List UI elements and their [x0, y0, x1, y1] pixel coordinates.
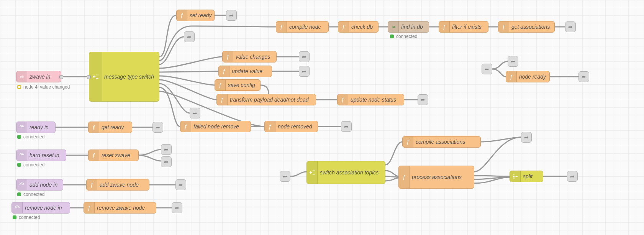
split-icon — [510, 171, 521, 182]
function-icon: ƒ — [276, 21, 287, 32]
function-icon: ƒ — [338, 21, 349, 32]
split-node[interactable]: split — [510, 171, 543, 182]
status-ring-icon — [17, 85, 21, 89]
update-value-node[interactable]: ƒ update value — [218, 66, 272, 77]
debug-node[interactable]: ➦ — [175, 179, 186, 190]
node-label: add node in — [29, 182, 57, 188]
status-text: connected — [23, 134, 44, 140]
switch-icon — [89, 52, 102, 101]
node-status: connected — [17, 192, 44, 197]
debug-node[interactable]: ➦ — [299, 66, 310, 77]
wifi-icon — [16, 150, 27, 161]
function-icon: ƒ — [215, 80, 226, 90]
debug-node[interactable]: ➦ — [418, 94, 428, 105]
function-icon: ƒ — [403, 136, 413, 147]
debug-node[interactable]: ➦ — [226, 10, 237, 21]
remove-node-in-node[interactable]: remove node in — [11, 202, 70, 214]
status-dot-icon — [13, 215, 16, 219]
update-node-status-node[interactable]: ƒ update node status — [337, 94, 404, 105]
get-associations-node[interactable]: ƒ get associations — [498, 21, 555, 33]
status-text: node 4: value changed — [23, 84, 70, 90]
function-icon: ƒ — [223, 51, 233, 62]
node-label: check db — [351, 24, 373, 30]
svg-rect-0 — [513, 174, 515, 175]
node-label: value changes — [236, 54, 270, 60]
function-icon: ƒ — [219, 66, 229, 77]
node-label: get associations — [511, 24, 550, 30]
node-label: ready in — [29, 124, 49, 130]
switch-icon — [307, 161, 318, 184]
message-type-switch-node[interactable]: message type switch — [89, 52, 159, 102]
find-in-db-node[interactable]: ❧ find in db — [388, 21, 429, 33]
debug-node[interactable]: ➦ — [341, 121, 352, 132]
node-label: split — [523, 173, 533, 179]
check-db-node[interactable]: ƒ check db — [338, 21, 379, 33]
hard-reset-in-node[interactable]: hard reset in — [16, 150, 66, 161]
reset-zwave-node[interactable]: ƒ reset zwave — [88, 150, 139, 161]
debug-node[interactable]: ➦ — [152, 122, 163, 133]
debug-node[interactable]: ➦ — [161, 144, 172, 155]
transform-payload-node[interactable]: ƒ transform payload dead/not dead — [216, 94, 316, 105]
switch-association-topics-node[interactable]: switch association topics — [306, 161, 385, 184]
process-associations-node[interactable]: ƒ process associations — [398, 166, 474, 189]
get-ready-node[interactable]: ƒ get ready — [88, 122, 132, 133]
compile-node-node[interactable]: ƒ compile node — [276, 21, 329, 33]
node-label: process associations — [412, 174, 462, 180]
add-node-in-node[interactable]: add node in — [16, 179, 63, 191]
node-label: switch association topics — [320, 169, 379, 176]
debug-node[interactable]: ➦ — [578, 71, 589, 82]
set-ready-node[interactable]: ƒ set ready — [176, 10, 215, 21]
node-ready-node[interactable]: ƒ node ready — [506, 71, 550, 82]
node-label: transform payload dead/not dead — [230, 97, 308, 103]
node-label: update value — [232, 68, 262, 74]
node-label: update node status — [351, 97, 396, 103]
remove-zwave-node-node[interactable]: ƒ remove zwave node — [84, 202, 156, 214]
debug-node[interactable]: ➦ — [521, 132, 532, 143]
node-label: remove zwave node — [97, 205, 145, 211]
failed-node-remove-node[interactable]: ƒ failed node remove — [180, 121, 251, 132]
output-port[interactable] — [59, 75, 63, 79]
debug-node[interactable]: ➦ — [508, 56, 518, 67]
compile-associations-node[interactable]: ƒ compile associations — [402, 136, 481, 148]
status-text: connected — [396, 34, 417, 39]
debug-node[interactable]: ➦ — [567, 171, 578, 182]
node-label: hard reset in — [29, 152, 59, 158]
debug-node[interactable]: ➦ — [299, 51, 310, 62]
status-dot-icon — [390, 35, 394, 38]
node-label: remove node in — [25, 205, 62, 211]
input-port[interactable] — [87, 75, 91, 79]
status-dot-icon — [17, 135, 21, 139]
node-label: filter if exists — [452, 24, 482, 30]
wifi-icon — [16, 179, 27, 190]
node-label: failed node remove — [193, 123, 239, 130]
svg-rect-2 — [513, 177, 515, 178]
debug-node[interactable]: ➦ — [565, 21, 576, 32]
node-label: compile node — [289, 24, 321, 30]
canvas-grid — [0, 0, 644, 235]
wifi-icon — [16, 122, 27, 133]
status-text: connected — [23, 162, 44, 168]
link-out-node[interactable]: ➦ — [184, 31, 195, 42]
debug-node[interactable]: ➦ — [172, 202, 182, 213]
link-in-node[interactable]: ➦ — [482, 64, 492, 74]
node-label: set ready — [190, 12, 212, 18]
debug-node[interactable]: ➦ — [161, 156, 172, 167]
function-icon: ƒ — [177, 10, 187, 21]
filter-if-exists-node[interactable]: ƒ filter if exists — [439, 21, 488, 33]
node-status: connected — [17, 162, 44, 168]
node-label: find in db — [401, 24, 423, 30]
wifi-icon — [12, 202, 23, 213]
node-status: connected — [17, 134, 44, 140]
zwave-in-node[interactable]: ➪ zwave in — [16, 71, 61, 82]
node-removed-node[interactable]: ƒ node removed — [264, 121, 318, 132]
db-icon: ❧ — [388, 21, 399, 32]
node-label: zwave in — [29, 74, 50, 80]
link-out-node[interactable]: ➦ — [190, 108, 200, 118]
link-in-node[interactable]: ➦ — [280, 171, 290, 182]
ready-in-node[interactable]: ready in — [16, 122, 56, 133]
function-icon: ƒ — [84, 202, 95, 213]
add-zwave-node-node[interactable]: ƒ add zwave node — [86, 179, 149, 191]
value-changes-node[interactable]: ƒ value changes — [222, 51, 277, 62]
node-status: connected — [390, 34, 417, 39]
save-config-node[interactable]: ƒ save config — [215, 79, 261, 91]
